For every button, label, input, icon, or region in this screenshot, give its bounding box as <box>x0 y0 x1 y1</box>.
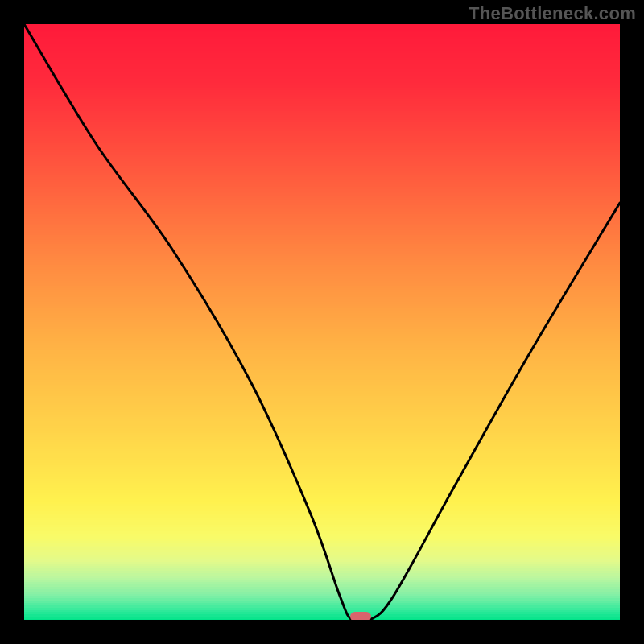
bottleneck-curve <box>24 24 620 620</box>
chart-frame: TheBottleneck.com <box>0 0 644 644</box>
optimal-marker <box>350 612 371 620</box>
curve-path <box>24 24 620 620</box>
watermark-label: TheBottleneck.com <box>469 3 636 24</box>
plot-area <box>24 24 620 620</box>
